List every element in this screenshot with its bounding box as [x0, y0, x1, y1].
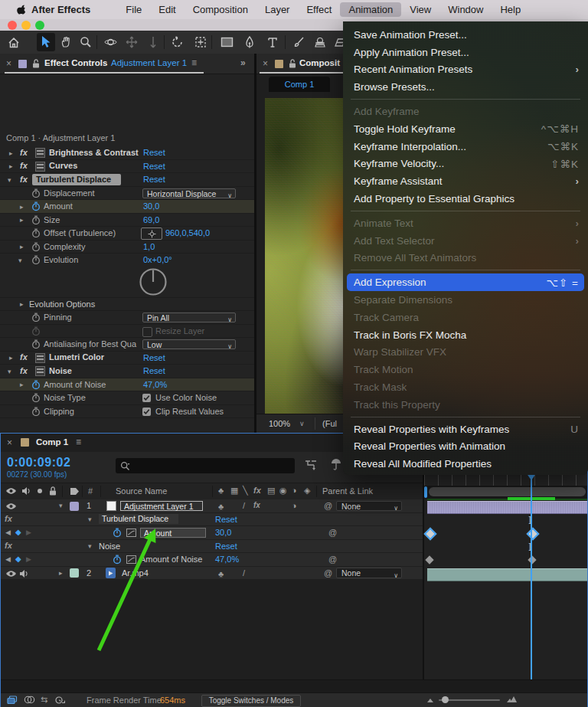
property-row-clipping[interactable]: Clipping Clip Result Values: [0, 405, 254, 419]
stopwatch-icon-active[interactable]: [113, 555, 122, 565]
effect-group-name[interactable]: Noise: [99, 542, 120, 551]
transparency-column-icon[interactable]: ◑: [292, 486, 297, 495]
mini-flowchart-icon[interactable]: [304, 459, 318, 471]
antialiasing-dropdown[interactable]: Low∨: [142, 339, 236, 349]
reset-link[interactable]: Reset: [143, 175, 165, 184]
stopwatch-icon-active[interactable]: [113, 528, 122, 538]
layer-color-chip[interactable]: [70, 568, 79, 578]
add-keyframe-diamond-icon[interactable]: ◆: [15, 528, 21, 536]
stopwatch-icon[interactable]: [31, 228, 41, 238]
menu-item-keyframe-assistant[interactable]: Keyframe Assistant›: [343, 172, 588, 190]
rotation-tool[interactable]: [168, 33, 187, 51]
menu-item-save-animation-preset[interactable]: Save Animation Preset...: [343, 26, 588, 44]
reset-link[interactable]: Reset: [143, 353, 165, 362]
timeline-tab-label[interactable]: Comp 1: [36, 437, 68, 447]
track-scrollbar[interactable]: [424, 486, 587, 499]
scrollbar-left-handle[interactable]: [424, 486, 427, 498]
twirl-closed-icon[interactable]: ▸: [9, 149, 13, 157]
effect-row-noise[interactable]: ▾ fx Noise Reset: [0, 365, 254, 378]
evolution-value[interactable]: 0x+0,0°: [143, 255, 172, 264]
amount-value[interactable]: 30,0: [143, 201, 159, 211]
stopwatch-icon[interactable]: [31, 339, 41, 349]
effect-name[interactable]: Turbulent Displace: [36, 175, 111, 184]
twirl-open-icon[interactable]: ▾: [88, 542, 92, 550]
stopwatch-icon-active[interactable]: [31, 380, 41, 390]
effect-name[interactable]: Lumetri Color: [49, 352, 104, 362]
menu-item-keyframe-velocity[interactable]: Keyframe Velocity...⇧⌘K: [343, 155, 588, 173]
keyframe-diamond-selected[interactable]: [527, 528, 540, 541]
draft-3d-icon[interactable]: [330, 458, 342, 470]
menubar-item-animation[interactable]: Animation: [340, 2, 401, 17]
composition-viewer-image[interactable]: [265, 98, 343, 414]
snail-icon[interactable]: [54, 696, 66, 704]
add-keyframe-diamond-icon[interactable]: ◆: [15, 555, 21, 563]
property-row-offset[interactable]: Offset (Turbulence) 960,0,540,0: [0, 227, 254, 241]
effect-name[interactable]: Noise: [49, 366, 72, 375]
shy-switch-icon[interactable]: ♣: [218, 569, 224, 578]
menubar-item-layer[interactable]: Layer: [256, 2, 299, 17]
menu-item-track-in-boris-fx-mocha[interactable]: Track in Boris FX Mocha: [343, 326, 588, 344]
bottom-scroll-strip[interactable]: [1, 679, 587, 693]
property-row-amount-of-noise[interactable]: ◀ ◆ ▶ Amount of Noise 47,0% @: [1, 553, 423, 567]
selection-tool[interactable]: [37, 33, 55, 51]
expand-arrows-icon[interactable]: ⇆: [41, 695, 47, 705]
next-keyframe-icon[interactable]: ▶: [26, 529, 31, 536]
zoom-in-mountain-icon[interactable]: [506, 696, 518, 703]
stopwatch-icon[interactable]: [31, 313, 41, 322]
twirl-closed-icon[interactable]: ▸: [20, 381, 24, 388]
twirl-closed-icon[interactable]: ▸: [20, 243, 24, 250]
close-panel-icon[interactable]: ×: [263, 58, 268, 69]
speaker-icon[interactable]: [19, 569, 28, 578]
apple-icon[interactable]: [15, 4, 26, 15]
timeline-search-input[interactable]: [116, 458, 295, 473]
panel-title[interactable]: Composit: [299, 58, 340, 67]
property-row-evolution[interactable]: ▾ Evolution 0x+0,0°: [0, 254, 254, 267]
keyframe-diamond[interactable]: [528, 555, 536, 564]
zoom-tool[interactable]: [77, 33, 95, 51]
twirl-open-icon[interactable]: ▾: [8, 176, 11, 184]
panel-overflow-icon[interactable]: »: [240, 57, 246, 68]
layer-bar-footage[interactable]: [427, 568, 587, 581]
amount-of-noise-value[interactable]: 47,0%: [215, 555, 239, 564]
comp-viewer-tab[interactable]: Comp 1: [269, 77, 330, 92]
fx-badge-icon[interactable]: fx: [20, 148, 28, 157]
effects-column-icon[interactable]: ◉: [279, 486, 287, 496]
offset-value[interactable]: 960,0,540,0: [165, 228, 210, 237]
eye-icon[interactable]: [5, 502, 17, 510]
adjustment-column-icon[interactable]: ▤: [267, 486, 275, 496]
twirl-closed-icon[interactable]: ▸: [20, 300, 24, 308]
property-name[interactable]: Amount: [140, 528, 206, 538]
reset-link[interactable]: Reset: [215, 515, 237, 524]
twirl-closed-icon[interactable]: ▸: [9, 354, 13, 362]
transparency-switch-icon[interactable]: ◑: [292, 501, 297, 510]
shy-column-icon[interactable]: ♣: [218, 486, 224, 495]
effect-group-row-noise[interactable]: fx ▾ Noise Reset: [1, 540, 423, 554]
live-update-icon[interactable]: [7, 696, 18, 705]
source-name-column-header[interactable]: Source Name: [116, 486, 167, 496]
resolution-dropdown[interactable]: (Ful: [322, 419, 337, 428]
mask-rectangle-tool[interactable]: [217, 33, 236, 51]
audio-column-icon[interactable]: [21, 486, 31, 496]
hand-tool[interactable]: [57, 33, 75, 51]
pan-behind-tool[interactable]: [191, 33, 210, 51]
menubar-item-after-effects[interactable]: After Effects: [23, 2, 99, 17]
menu-item-add-property-to-essential-graphics[interactable]: Add Property to Essential Graphics: [343, 190, 588, 208]
fx-column-icon[interactable]: fx: [253, 486, 261, 495]
property-name[interactable]: Amount of Noise: [140, 555, 202, 564]
stopwatch-icon[interactable]: [31, 393, 41, 403]
close-panel-icon[interactable]: ×: [6, 58, 11, 69]
menu-item-toggle-hold-keyframe[interactable]: Toggle Hold Keyframe^⌥⌘H: [343, 120, 588, 138]
solo-column-icon[interactable]: [38, 489, 42, 493]
menu-item-recent-animation-presets[interactable]: Recent Animation Presets›: [343, 61, 588, 79]
pan-camera-tool[interactable]: [122, 33, 141, 51]
type-tool[interactable]: [263, 33, 282, 51]
fx-switch-icon[interactable]: fx: [253, 501, 260, 509]
pickwhip-icon[interactable]: @: [324, 568, 332, 578]
effect-row-lumetri-color[interactable]: ▸ fx Lumetri Color Reset: [0, 352, 254, 365]
pickwhip-icon[interactable]: @: [328, 555, 337, 564]
fx-badge-icon[interactable]: fx: [20, 366, 28, 375]
stopwatch-icon-active[interactable]: [31, 201, 41, 211]
property-row-antialiasing[interactable]: Antialiasing for Best Qua Low∨: [0, 338, 254, 352]
parent-dropdown[interactable]: None∨: [336, 568, 402, 578]
video-column-icon[interactable]: [5, 487, 17, 495]
